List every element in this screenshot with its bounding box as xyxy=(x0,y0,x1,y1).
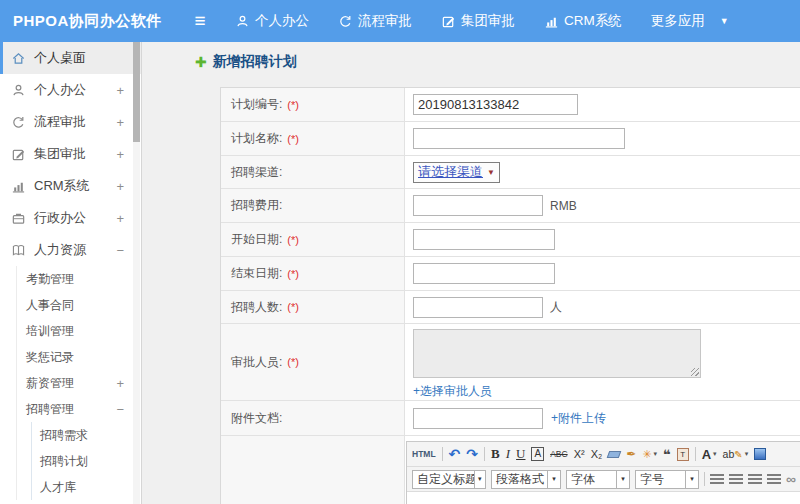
briefcase-icon xyxy=(11,211,26,226)
recruit-cost-input[interactable] xyxy=(413,195,543,216)
sidebar-item-personal-office[interactable]: 个人办公 + xyxy=(0,74,141,106)
align-right-icon[interactable] xyxy=(748,474,762,484)
field-label: 附件文档: xyxy=(231,410,282,427)
bold-button[interactable]: B xyxy=(491,446,500,462)
plan-number-input[interactable] xyxy=(413,94,578,115)
font-size-select[interactable]: 字号 ▾ xyxy=(635,470,699,489)
align-justify-icon[interactable] xyxy=(767,474,781,484)
field-label: 结束日期: xyxy=(231,265,282,282)
top-nav-group-approval[interactable]: 集团审批 xyxy=(441,12,515,30)
app-logo: PHPOA协同办公软件 xyxy=(0,12,185,31)
select-approvers-link[interactable]: +选择审批人员 xyxy=(413,383,492,400)
form-row-end-date: 结束日期: (*) xyxy=(221,257,800,291)
channel-select[interactable]: 请选择渠道 ▼ xyxy=(413,162,500,183)
paragraph-format-select[interactable]: 段落格式 ▾ xyxy=(491,470,561,489)
underline-button[interactable]: U xyxy=(516,446,525,462)
attachment-input[interactable] xyxy=(413,408,543,429)
required-marker: (*) xyxy=(287,268,299,280)
caret-down-icon: ▾ xyxy=(654,450,658,458)
eraser-icon[interactable] xyxy=(607,451,622,458)
form-row-recruit-channel: 招聘渠道: 请选择渠道 ▼ xyxy=(221,156,800,189)
sidebar-item-recruit-plan[interactable]: 招聘计划 xyxy=(32,448,141,474)
caret-down-icon: ▾ xyxy=(616,471,629,488)
font-color-button[interactable]: A▾ xyxy=(702,447,717,462)
pencil-icon: ✎ xyxy=(734,449,742,460)
channel-select-value: 请选择渠道 xyxy=(418,163,483,181)
sidebar-item-personal-desktop[interactable]: 个人桌面 xyxy=(0,42,141,74)
sidebar-item-personnel-contract[interactable]: 人事合同 xyxy=(17,292,141,318)
undo-icon[interactable]: ↶ xyxy=(449,446,461,462)
hamburger-menu-icon[interactable]: ≡ xyxy=(185,10,215,32)
hr-submenu: 考勤管理 人事合同 培训管理 奖惩记录 薪资管理 + 招聘管理 − 招聘需求 招… xyxy=(16,266,141,500)
top-nav-more-apps[interactable]: 更多应用 xyxy=(651,12,705,30)
app-window: PHPOA协同办公软件 ≡ 个人办公 流程审批 集团审批 CRM系统 更多应用 xyxy=(0,0,800,504)
select-caret-down-icon: ▼ xyxy=(487,168,495,177)
required-marker: (*) xyxy=(287,234,299,246)
field-label: 计划编号: xyxy=(231,96,282,113)
form-row-attachment: 附件文档: +附件上传 xyxy=(221,401,800,436)
toolbar-separator xyxy=(442,447,443,461)
caret-down-icon: ▾ xyxy=(474,471,486,488)
html-source-button[interactable]: HTML xyxy=(412,449,436,459)
align-left-icon[interactable] xyxy=(710,474,724,484)
sidebar-item-recruit-mgmt[interactable]: 招聘管理 − xyxy=(17,396,141,422)
subscript-button[interactable]: X₂ xyxy=(591,448,603,460)
field-label: 招聘人数: xyxy=(231,299,282,316)
strikethrough-button[interactable]: ABC xyxy=(550,449,567,459)
main-content: ✚ 新增招聘计划 计划编号: (*) 计划名称: (*) xyxy=(142,42,800,504)
sidebar-item-crm-system[interactable]: CRM系统 + xyxy=(0,170,141,202)
more-apps-caret-down-icon[interactable]: ▼ xyxy=(720,16,729,26)
font-family-select[interactable]: 字体 ▾ xyxy=(566,470,630,489)
attachment-upload-link[interactable]: +附件上传 xyxy=(551,410,606,427)
form-row-plan-content: HTML ↶ ↷ B I U A ABC X² X₂ xyxy=(221,436,800,504)
insert-link-icon[interactable]: ∞ xyxy=(786,471,796,487)
italic-button[interactable]: I xyxy=(506,446,510,462)
approvers-textarea[interactable] xyxy=(413,329,701,378)
required-marker: (*) xyxy=(287,356,299,368)
font-border-button[interactable]: A xyxy=(531,447,544,461)
form-row-plan-number: 计划编号: (*) xyxy=(221,88,800,122)
person-icon xyxy=(11,83,26,98)
highlight-color-button[interactable]: ab✎▾ xyxy=(723,448,749,460)
field-label: 审批人员: xyxy=(231,354,282,371)
top-nav-crm-system[interactable]: CRM系统 xyxy=(544,12,622,30)
sidebar-item-salary-mgmt[interactable]: 薪资管理 + xyxy=(17,370,141,396)
redo-icon[interactable]: ↷ xyxy=(466,446,478,462)
image-icon[interactable] xyxy=(754,448,766,460)
sidebar-item-human-resources[interactable]: 人力资源 − xyxy=(0,234,141,266)
sidebar-scrollbar-thumb[interactable] xyxy=(133,42,140,142)
superscript-button[interactable]: X² xyxy=(574,448,585,460)
plan-name-input[interactable] xyxy=(413,128,625,149)
custom-heading-select[interactable]: 自定义标题 ▾ xyxy=(412,470,486,489)
sidebar-item-group-approval[interactable]: 集团审批 + xyxy=(0,138,141,170)
field-label: 招聘渠道: xyxy=(231,164,282,181)
paste-icon[interactable]: T xyxy=(677,448,689,461)
recruit-submenu: 招聘需求 招聘计划 人才库 xyxy=(31,422,141,500)
sidebar-item-recruit-demand[interactable]: 招聘需求 xyxy=(32,422,141,448)
page-title: ✚ 新增招聘计划 xyxy=(195,53,297,71)
end-date-input[interactable] xyxy=(413,263,555,284)
headcount-input[interactable] xyxy=(413,297,543,318)
editor-content-area[interactable] xyxy=(407,492,800,504)
caret-down-icon: ▾ xyxy=(547,471,560,488)
sidebar-item-talent-pool[interactable]: 人才库 xyxy=(32,474,141,500)
sidebar-item-workflow-approval[interactable]: 流程审批 + xyxy=(0,106,141,138)
sidebar-item-admin-office[interactable]: 行政办公 + xyxy=(0,202,141,234)
sidebar-item-attendance-mgmt[interactable]: 考勤管理 xyxy=(17,266,141,292)
top-nav-personal-office[interactable]: 个人办公 xyxy=(235,12,309,30)
blockquote-icon[interactable]: ❝ xyxy=(663,447,671,462)
sidebar-scrollbar[interactable] xyxy=(133,42,140,504)
rotate-arrow-icon xyxy=(11,115,26,130)
top-nav-workflow-approval[interactable]: 流程审批 xyxy=(338,12,412,30)
wand-icon: ✳ xyxy=(642,448,651,461)
text-effect-button[interactable]: ✳▾ xyxy=(642,448,657,461)
align-center-icon[interactable] xyxy=(729,474,743,484)
format-painter-icon[interactable]: ✒ xyxy=(626,447,636,461)
sidebar-item-training-mgmt[interactable]: 培训管理 xyxy=(17,318,141,344)
toolbar-separator xyxy=(484,447,485,461)
required-marker: (*) xyxy=(287,133,299,145)
start-date-input[interactable] xyxy=(413,229,555,250)
sidebar-item-reward-punishment[interactable]: 奖惩记录 xyxy=(17,344,141,370)
resize-grip-icon[interactable] xyxy=(691,368,699,376)
form-row-start-date: 开始日期: (*) xyxy=(221,223,800,257)
